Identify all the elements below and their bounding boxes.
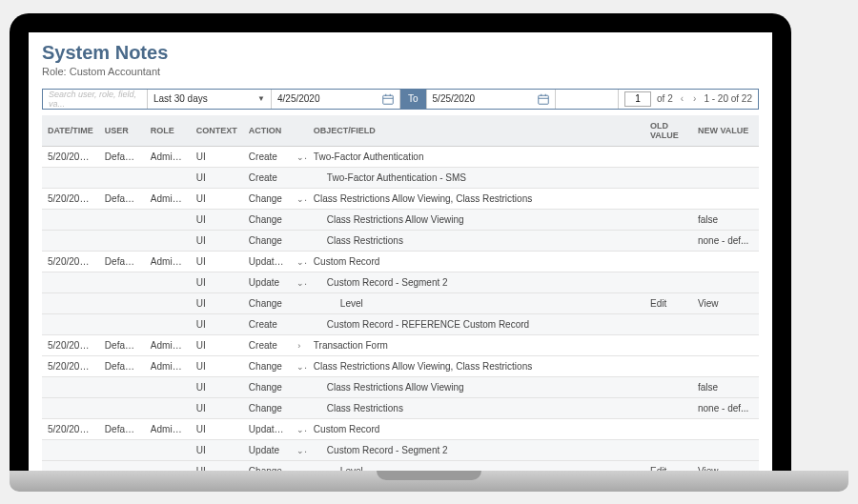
next-page-button[interactable]: › xyxy=(691,93,698,104)
table-row[interactable]: UIChangeLevelEditView xyxy=(42,292,759,313)
table-row[interactable]: UIUpdate⌄Custom Record - Segment 2 xyxy=(42,272,759,292)
cell-role xyxy=(145,439,191,460)
svg-rect-4 xyxy=(538,95,548,104)
cell-date xyxy=(42,313,99,334)
cell-new-value xyxy=(692,418,759,439)
cell-context: UI xyxy=(191,334,243,355)
search-input[interactable]: Search user, role, field, va... xyxy=(43,90,148,109)
cell-old-value xyxy=(644,167,692,188)
table-row[interactable]: UICreateCustom Record - REFERENCE Custom… xyxy=(42,313,759,334)
expand-toggle[interactable]: › xyxy=(291,334,308,355)
cell-new-value: none - def... xyxy=(692,397,759,418)
app-screen: System Notes Role: Custom Accountant Sea… xyxy=(29,32,772,471)
expand-toggle[interactable]: ⌄ xyxy=(291,146,308,167)
table-row[interactable]: 5/20/2020...Default...Admini...UICreate⌄… xyxy=(42,146,759,167)
cell-date xyxy=(42,272,99,292)
table-row[interactable]: 5/20/2020...Default...Admini...UICreate›… xyxy=(42,334,759,355)
cell-object: Custom Record xyxy=(308,251,644,272)
chevron-down-icon: ▼ xyxy=(257,94,265,103)
cell-role xyxy=(145,460,191,471)
cell-context: UI xyxy=(191,292,243,313)
chevron-down-icon: ⌄ xyxy=(296,425,304,434)
cell-new-value xyxy=(692,251,759,272)
cell-old-value xyxy=(644,272,692,292)
col-action[interactable]: ACTION xyxy=(243,115,291,147)
cell-role xyxy=(145,209,191,230)
expand-toggle[interactable]: ⌄ xyxy=(291,439,308,460)
cell-old-value xyxy=(644,418,692,439)
chevron-down-icon: ⌄ xyxy=(296,278,304,288)
cell-context: UI xyxy=(191,251,243,272)
table-row[interactable]: UICreateTwo-Factor Authentication - SMS xyxy=(42,167,759,188)
col-context[interactable]: CONTEXT xyxy=(191,115,243,147)
cell-old-value xyxy=(644,230,692,251)
table-row[interactable]: 5/20/2020...Default...Admini...UIChange⌄… xyxy=(42,188,759,209)
cell-context: UI xyxy=(191,355,243,376)
col-user[interactable]: USER xyxy=(99,115,145,147)
cell-old-value xyxy=(644,334,692,355)
table-row[interactable]: 5/20/2020...Default...Admini...UIChange⌄… xyxy=(42,355,759,376)
table-row[interactable]: 5/20/2020...Default...Admini...UIUpdate.… xyxy=(42,418,759,439)
expand-toggle[interactable]: ⌄ xyxy=(291,355,308,376)
cell-object: Class Restrictions Allow Viewing, Class … xyxy=(308,355,644,376)
cell-object: Class Restrictions Allow Viewing, Class … xyxy=(308,188,644,209)
date-range-select[interactable]: Last 30 days ▼ xyxy=(148,90,272,109)
table-row[interactable]: UIChangeClass Restrictionsnone - def... xyxy=(42,230,759,251)
cell-user xyxy=(99,439,145,460)
col-object[interactable]: OBJECT/FIELD xyxy=(308,115,644,147)
col-role[interactable]: ROLE xyxy=(145,115,191,147)
table-row[interactable]: UIChangeClass Restrictionsnone - def... xyxy=(42,397,759,418)
cell-new-value xyxy=(692,355,759,376)
page-of-label: of 2 xyxy=(657,93,673,104)
cell-action: Change xyxy=(243,376,291,397)
cell-object: Two-Factor Authentication - SMS xyxy=(308,167,644,188)
to-label: To xyxy=(400,90,427,109)
page-number-input[interactable] xyxy=(624,91,651,107)
cell-role xyxy=(145,230,191,251)
cell-user: Default... xyxy=(99,334,145,355)
cell-new-value xyxy=(692,188,759,209)
table-row[interactable]: UIChangeClass Restrictions Allow Viewing… xyxy=(42,209,759,230)
table-row[interactable]: UIUpdate⌄Custom Record - Segment 2 xyxy=(42,439,759,460)
date-from-input[interactable]: 4/25/2020 xyxy=(272,90,400,109)
cell-object: Two-Factor Authentication xyxy=(308,146,644,167)
cell-context: UI xyxy=(191,188,243,209)
cell-user: Default... xyxy=(99,146,145,167)
cell-new-value xyxy=(692,272,759,292)
expand-toggle xyxy=(291,292,308,313)
date-to-input[interactable]: 5/25/2020 xyxy=(427,90,556,109)
cell-action: Create xyxy=(243,167,291,188)
expand-toggle[interactable]: ⌄ xyxy=(291,188,308,209)
cell-new-value xyxy=(692,313,759,334)
table-row[interactable]: UIChangeClass Restrictions Allow Viewing… xyxy=(42,376,759,397)
cell-role xyxy=(145,167,191,188)
cell-old-value xyxy=(644,209,692,230)
cell-date: 5/20/2020... xyxy=(42,418,99,439)
cell-action: Change xyxy=(243,460,291,471)
cell-action: Change xyxy=(243,355,291,376)
date-from-value: 4/25/2020 xyxy=(277,93,320,104)
col-new-value[interactable]: NEW VALUE xyxy=(692,115,759,147)
cell-context: UI xyxy=(191,376,243,397)
col-date[interactable]: DATE/TIME xyxy=(42,115,99,147)
cell-role: Admini... xyxy=(145,418,191,439)
table-row[interactable]: 5/20/2020...Default...Admini...UIUpdate.… xyxy=(42,251,759,272)
cell-object: Custom Record - REFERENCE Custom Record xyxy=(308,313,644,334)
cell-object: Level xyxy=(308,292,644,313)
cell-role xyxy=(145,292,191,313)
cell-object: Class Restrictions Allow Viewing xyxy=(308,376,644,397)
table-row[interactable]: UIChangeLevelEditView xyxy=(42,460,759,471)
expand-toggle[interactable]: ⌄ xyxy=(291,272,308,292)
col-old-value[interactable]: OLD VALUE xyxy=(644,115,692,147)
filter-bar: Search user, role, field, va... Last 30 … xyxy=(42,89,759,110)
cell-object: Custom Record xyxy=(308,418,644,439)
cell-user xyxy=(99,376,145,397)
prev-page-button[interactable]: ‹ xyxy=(679,93,685,104)
expand-toggle[interactable]: ⌄ xyxy=(291,418,308,439)
cell-user xyxy=(99,209,145,230)
expand-toggle[interactable]: ⌄ xyxy=(291,251,308,272)
cell-user: Default... xyxy=(99,251,145,272)
page-range-label: 1 - 20 of 22 xyxy=(704,93,752,104)
cell-user: Default... xyxy=(99,355,145,376)
expand-toggle xyxy=(291,460,308,471)
